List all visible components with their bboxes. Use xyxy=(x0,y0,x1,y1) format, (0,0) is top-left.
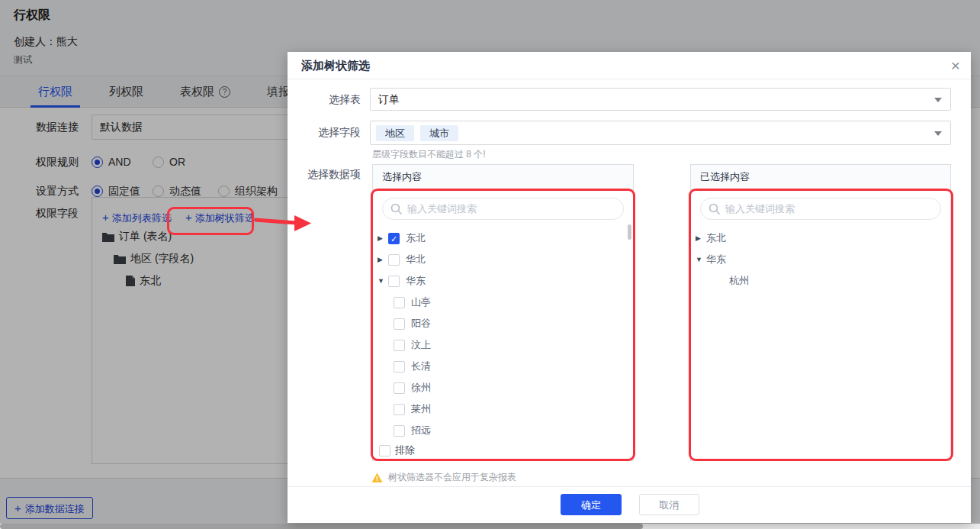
tree-node[interactable]: 莱州 xyxy=(373,398,633,420)
field-select[interactable]: 地区 城市 xyxy=(370,121,951,145)
available-content-panel: 选择内容 输入关键词搜索 ▶✓东北 ▶华北 ▼华东 山亭 阳谷 汶上 长清 徐州… xyxy=(372,164,634,461)
checkbox[interactable] xyxy=(379,445,390,456)
search-placeholder: 输入关键词搜索 xyxy=(407,198,477,219)
caret-down-icon[interactable]: ▼ xyxy=(696,256,706,263)
search-icon xyxy=(708,203,721,215)
selected-panel-header: 已选择内容 xyxy=(691,165,950,190)
divider xyxy=(288,486,971,487)
chevron-down-icon xyxy=(934,98,942,106)
checkbox[interactable] xyxy=(394,404,405,415)
field-tag-city[interactable]: 城市 xyxy=(420,125,458,141)
horizontal-scrollbar[interactable] xyxy=(0,524,980,529)
search-icon xyxy=(390,203,403,215)
selected-tree: ▶东北 ▼华东 杭州 xyxy=(691,227,950,292)
available-panel-header: 选择内容 xyxy=(373,165,633,190)
checkbox-checked[interactable]: ✓ xyxy=(388,233,400,244)
tree-node[interactable]: 山亭 xyxy=(373,292,633,313)
selected-content-panel: 已选择内容 输入关键词搜索 ▶东北 ▼华东 杭州 xyxy=(690,164,951,461)
caret-down-icon[interactable]: ▼ xyxy=(378,277,388,285)
select-field-label: 选择字段 xyxy=(288,126,361,140)
available-search-input[interactable]: 输入关键词搜索 xyxy=(382,198,624,220)
warning-message: ! 树状筛选器不会应用于复杂报表 xyxy=(371,471,516,484)
scrollbar-thumb[interactable] xyxy=(0,524,643,529)
caret-right-icon[interactable]: ▶ xyxy=(378,234,388,242)
tree-node[interactable]: 徐州 xyxy=(373,377,633,398)
table-select[interactable]: 订单 xyxy=(370,88,951,111)
exclude-checkbox-row[interactable]: 排除 xyxy=(379,444,415,457)
chevron-down-icon xyxy=(934,131,942,140)
checkbox[interactable] xyxy=(388,276,400,287)
cancel-button[interactable]: 取消 xyxy=(639,494,699,515)
checkbox[interactable] xyxy=(394,361,405,373)
add-tree-filter-dialog: 添加树状筛选 × 选择表 订单 选择字段 地区 城市 层级字段数目不能超过 8 … xyxy=(288,52,971,523)
confirm-button[interactable]: 确定 xyxy=(561,494,622,515)
search-placeholder: 输入关键词搜索 xyxy=(725,198,795,219)
tree-node[interactable]: ▼华东 xyxy=(373,270,633,292)
select-table-label: 选择表 xyxy=(288,93,361,107)
close-icon[interactable]: × xyxy=(951,55,960,76)
checkbox[interactable] xyxy=(394,382,405,394)
tree-node[interactable]: ▶华北 xyxy=(373,249,633,270)
warning-icon: ! xyxy=(371,473,383,483)
caret-right-icon[interactable]: ▶ xyxy=(378,256,388,263)
svg-text:!: ! xyxy=(376,475,378,482)
tree-node[interactable]: 杭州 xyxy=(691,270,950,292)
checkbox[interactable] xyxy=(394,425,405,437)
field-hint: 层级字段数目不能超过 8 个! xyxy=(372,148,486,161)
dialog-title: 添加树状筛选 xyxy=(301,52,370,79)
checkbox[interactable] xyxy=(388,254,400,266)
tree-node[interactable]: ▼华东 xyxy=(691,249,950,270)
field-tag-region[interactable]: 地区 xyxy=(376,125,414,141)
tree-node[interactable]: 汶上 xyxy=(373,334,633,356)
tree-node[interactable]: ▶东北 xyxy=(691,227,950,249)
checkbox[interactable] xyxy=(394,340,405,351)
checkbox[interactable] xyxy=(394,318,405,330)
caret-right-icon[interactable]: ▶ xyxy=(696,234,706,242)
selected-search-input[interactable]: 输入关键词搜索 xyxy=(700,198,941,220)
tree-node[interactable]: 长清 xyxy=(373,356,633,377)
tree-node[interactable]: 阳谷 xyxy=(373,313,633,334)
select-items-label: 选择数据项 xyxy=(288,168,361,182)
checkbox[interactable] xyxy=(394,297,405,308)
tree-node[interactable]: ▶✓东北 xyxy=(373,227,633,249)
vertical-scrollbar-thumb[interactable] xyxy=(628,224,631,240)
available-tree: ▶✓东北 ▶华北 ▼华东 山亭 阳谷 汶上 长清 徐州 莱州 招远 xyxy=(373,227,633,441)
tree-node[interactable]: 招远 xyxy=(373,420,633,441)
divider xyxy=(288,79,971,79)
